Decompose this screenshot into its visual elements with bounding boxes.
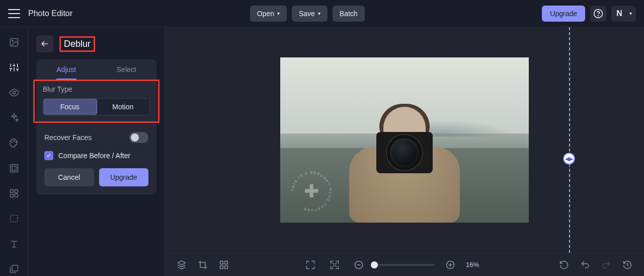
svg-rect-23 xyxy=(11,215,17,222)
svg-point-1 xyxy=(598,15,599,16)
svg-point-14 xyxy=(12,142,13,143)
history-button[interactable] xyxy=(619,256,636,273)
svg-point-22 xyxy=(14,194,18,197)
top-bar: Photo Editor Open▾ Save▾ Batch Upgrade N… xyxy=(0,0,644,27)
grid-button[interactable] xyxy=(215,256,232,273)
reset-button[interactable] xyxy=(555,256,573,273)
svg-rect-19 xyxy=(10,190,13,193)
help-icon[interactable] xyxy=(590,6,606,22)
panel-title: Deblur xyxy=(64,39,91,49)
svg-point-15 xyxy=(14,141,15,142)
rail-palette-icon[interactable] xyxy=(7,136,21,150)
canvas-area: THIS IS A BEFUNKY PLUS FEATURE ✚ ◀▶ xyxy=(165,27,644,276)
zoom-in-button[interactable] xyxy=(442,256,459,273)
batch-button[interactable]: Batch xyxy=(333,6,365,22)
rail-crop-icon[interactable] xyxy=(7,212,21,226)
rail-eye-icon[interactable] xyxy=(7,86,21,100)
zoom-out-button[interactable] xyxy=(350,256,367,273)
avatar: N xyxy=(611,6,627,22)
rail-sliders-icon[interactable] xyxy=(7,60,21,75)
svg-rect-24 xyxy=(12,265,18,271)
tab-select[interactable]: Select xyxy=(97,59,157,80)
recover-faces-toggle[interactable] xyxy=(129,132,148,143)
rail-shapes-icon[interactable] xyxy=(7,186,21,200)
app-title: Photo Editor xyxy=(28,9,72,18)
svg-rect-26 xyxy=(220,261,223,264)
panel-tabs: Adjust Select xyxy=(36,59,156,80)
svg-rect-29 xyxy=(225,265,228,268)
svg-point-20 xyxy=(14,190,18,193)
panel-title-annotation: Deblur xyxy=(59,36,95,52)
compare-label: Compare Before / After xyxy=(58,152,130,160)
photo: THIS IS A BEFUNKY PLUS FEATURE ✚ xyxy=(280,57,529,223)
recover-faces-label: Recover Faces xyxy=(44,133,92,142)
svg-point-3 xyxy=(12,40,13,42)
upgrade-button-top[interactable]: Upgrade xyxy=(542,6,585,22)
chevron-down-icon: ▾ xyxy=(277,11,280,16)
svg-point-13 xyxy=(13,92,15,94)
compare-slider-handle[interactable]: ◀▶ xyxy=(563,153,575,165)
svg-rect-28 xyxy=(220,265,223,268)
blur-type-annotation: Blur Type Focus Motion xyxy=(33,80,159,123)
crop-tool-button[interactable] xyxy=(194,256,211,273)
blur-type-label: Blur Type xyxy=(43,85,150,93)
compare-checkbox[interactable]: ✓ xyxy=(44,151,53,160)
svg-rect-17 xyxy=(10,165,18,172)
chevron-down-icon: ▾ xyxy=(629,11,632,16)
plus-icon: ✚ xyxy=(304,181,319,202)
canvas-viewport[interactable]: THIS IS A BEFUNKY PLUS FEATURE ✚ xyxy=(165,27,644,253)
layers-button[interactable] xyxy=(173,256,190,273)
rail-frame-icon[interactable] xyxy=(7,161,21,175)
tool-rail xyxy=(0,27,28,276)
redo-button[interactable] xyxy=(598,256,615,273)
svg-rect-18 xyxy=(12,166,16,170)
rail-image-icon[interactable] xyxy=(7,35,21,49)
rail-text-icon[interactable] xyxy=(7,237,21,251)
cancel-button[interactable]: Cancel xyxy=(44,168,94,186)
fit-screen-button[interactable] xyxy=(302,256,319,273)
watermark-badge: THIS IS A BEFUNKY PLUS FEATURE ✚ xyxy=(288,168,335,215)
actual-size-button[interactable] xyxy=(326,256,343,273)
menu-icon[interactable] xyxy=(8,9,20,18)
zoom-percentage: 16% xyxy=(466,261,486,268)
blur-type-focus[interactable]: Focus xyxy=(43,98,97,115)
rail-layers-icon[interactable] xyxy=(7,262,21,276)
undo-button[interactable] xyxy=(577,256,594,273)
back-button[interactable] xyxy=(36,35,53,52)
bottom-bar: 16% xyxy=(165,253,644,276)
blur-type-segmented: Focus Motion xyxy=(43,98,150,115)
side-panel: Deblur Adjust Select Blur Type Focus Mot… xyxy=(28,27,165,276)
svg-rect-21 xyxy=(10,194,13,197)
svg-point-16 xyxy=(16,142,17,143)
chevron-down-icon: ▾ xyxy=(318,11,320,16)
compare-divider xyxy=(569,27,570,253)
open-button[interactable]: Open▾ xyxy=(250,6,287,22)
upgrade-button-panel[interactable]: Upgrade xyxy=(99,168,149,186)
save-button[interactable]: Save▾ xyxy=(292,6,328,22)
svg-rect-27 xyxy=(225,261,228,264)
rail-sparkle-icon[interactable] xyxy=(7,111,21,125)
tab-adjust[interactable]: Adjust xyxy=(36,59,97,80)
account-menu[interactable]: N ▾ xyxy=(611,6,636,22)
blur-type-motion[interactable]: Motion xyxy=(97,99,150,115)
zoom-slider[interactable] xyxy=(374,264,435,266)
